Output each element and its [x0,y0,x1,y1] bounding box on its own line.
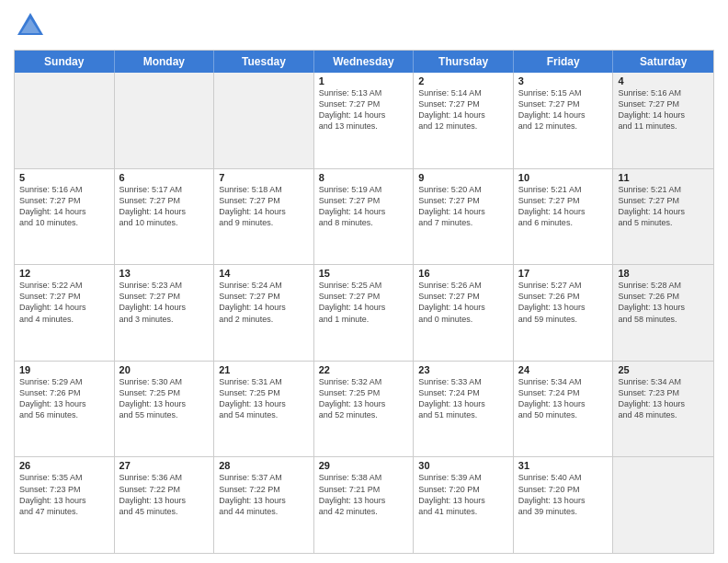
calendar-cell-day-6: 6Sunrise: 5:17 AM Sunset: 7:27 PM Daylig… [115,169,215,265]
day-of-week-sunday: Sunday [15,51,115,73]
day-info: Sunrise: 5:26 AM Sunset: 7:27 PM Dayligh… [418,280,508,325]
day-info: Sunrise: 5:16 AM Sunset: 7:27 PM Dayligh… [618,87,709,132]
calendar-cell-day-26: 26Sunrise: 5:35 AM Sunset: 7:23 PM Dayli… [15,457,115,553]
day-of-week-tuesday: Tuesday [214,51,314,73]
calendar-cell-day-14: 14Sunrise: 5:24 AM Sunset: 7:27 PM Dayli… [214,265,314,361]
calendar-cell-day-24: 24Sunrise: 5:34 AM Sunset: 7:24 PM Dayli… [514,362,614,457]
calendar-cell-empty [214,73,314,168]
calendar-body: 1Sunrise: 5:13 AM Sunset: 7:27 PM Daylig… [15,73,713,553]
calendar-cell-day-11: 11Sunrise: 5:21 AM Sunset: 7:27 PM Dayli… [613,169,713,265]
calendar-cell-day-20: 20Sunrise: 5:30 AM Sunset: 7:25 PM Dayli… [115,362,215,457]
day-of-week-thursday: Thursday [414,51,514,73]
day-number: 16 [418,268,508,279]
calendar-cell-day-15: 15Sunrise: 5:25 AM Sunset: 7:27 PM Dayli… [314,265,415,361]
day-info: Sunrise: 5:28 AM Sunset: 7:26 PM Dayligh… [618,280,709,325]
day-number: 26 [19,460,109,471]
calendar-cell-day-27: 27Sunrise: 5:36 AM Sunset: 7:22 PM Dayli… [115,457,215,553]
day-number: 15 [319,268,409,279]
day-info: Sunrise: 5:16 AM Sunset: 7:27 PM Dayligh… [19,184,109,229]
calendar-cell-day-22: 22Sunrise: 5:32 AM Sunset: 7:25 PM Dayli… [314,362,415,457]
day-number: 24 [518,364,609,375]
day-info: Sunrise: 5:14 AM Sunset: 7:27 PM Dayligh… [418,87,508,132]
day-of-week-monday: Monday [115,51,215,73]
calendar-cell-day-25: 25Sunrise: 5:34 AM Sunset: 7:23 PM Dayli… [613,362,713,457]
calendar-cell-empty [15,73,115,168]
day-number: 13 [119,268,210,279]
calendar-row-2: 12Sunrise: 5:22 AM Sunset: 7:27 PM Dayli… [15,264,713,361]
page: SundayMondayTuesdayWednesdayThursdayFrid… [0,0,728,563]
day-of-week-wednesday: Wednesday [314,51,415,73]
day-number: 28 [219,460,309,471]
calendar-row-1: 5Sunrise: 5:16 AM Sunset: 7:27 PM Daylig… [15,168,713,265]
calendar-row-0: 1Sunrise: 5:13 AM Sunset: 7:27 PM Daylig… [15,73,713,168]
day-info: Sunrise: 5:18 AM Sunset: 7:27 PM Dayligh… [219,184,309,229]
day-info: Sunrise: 5:38 AM Sunset: 7:21 PM Dayligh… [319,472,409,517]
day-number: 4 [618,75,709,86]
day-number: 1 [319,75,409,86]
day-number: 27 [119,460,210,471]
day-info: Sunrise: 5:29 AM Sunset: 7:26 PM Dayligh… [19,376,109,421]
day-info: Sunrise: 5:35 AM Sunset: 7:23 PM Dayligh… [19,472,109,517]
calendar-cell-empty [115,73,215,168]
day-number: 31 [518,460,609,471]
day-of-week-friday: Friday [514,51,614,73]
day-info: Sunrise: 5:39 AM Sunset: 7:20 PM Dayligh… [418,472,508,517]
day-info: Sunrise: 5:22 AM Sunset: 7:27 PM Dayligh… [19,280,109,325]
calendar-cell-day-2: 2Sunrise: 5:14 AM Sunset: 7:27 PM Daylig… [414,73,514,168]
day-number: 3 [518,75,609,86]
day-number: 30 [418,460,508,471]
calendar: SundayMondayTuesdayWednesdayThursdayFrid… [14,50,714,554]
day-number: 9 [418,172,508,183]
day-of-week-saturday: Saturday [613,51,713,73]
day-info: Sunrise: 5:30 AM Sunset: 7:25 PM Dayligh… [119,376,210,421]
day-info: Sunrise: 5:34 AM Sunset: 7:24 PM Dayligh… [518,376,609,421]
day-number: 11 [618,172,709,183]
day-number: 23 [418,364,508,375]
day-number: 20 [119,364,210,375]
calendar-cell-day-3: 3Sunrise: 5:15 AM Sunset: 7:27 PM Daylig… [514,73,614,168]
calendar-cell-day-8: 8Sunrise: 5:19 AM Sunset: 7:27 PM Daylig… [314,169,415,265]
day-info: Sunrise: 5:36 AM Sunset: 7:22 PM Dayligh… [119,472,210,517]
calendar-cell-day-9: 9Sunrise: 5:20 AM Sunset: 7:27 PM Daylig… [414,169,514,265]
day-info: Sunrise: 5:31 AM Sunset: 7:25 PM Dayligh… [219,376,309,421]
day-info: Sunrise: 5:37 AM Sunset: 7:22 PM Dayligh… [219,472,309,517]
calendar-cell-day-28: 28Sunrise: 5:37 AM Sunset: 7:22 PM Dayli… [214,457,314,553]
day-number: 12 [19,268,109,279]
day-info: Sunrise: 5:25 AM Sunset: 7:27 PM Dayligh… [319,280,409,325]
calendar-cell-day-4: 4Sunrise: 5:16 AM Sunset: 7:27 PM Daylig… [613,73,713,168]
calendar-cell-day-21: 21Sunrise: 5:31 AM Sunset: 7:25 PM Dayli… [214,362,314,457]
calendar-cell-day-1: 1Sunrise: 5:13 AM Sunset: 7:27 PM Daylig… [314,73,415,168]
calendar-cell-day-30: 30Sunrise: 5:39 AM Sunset: 7:20 PM Dayli… [414,457,514,553]
calendar-header: SundayMondayTuesdayWednesdayThursdayFrid… [15,51,713,73]
day-info: Sunrise: 5:40 AM Sunset: 7:20 PM Dayligh… [518,472,609,517]
day-info: Sunrise: 5:27 AM Sunset: 7:26 PM Dayligh… [518,280,609,325]
day-info: Sunrise: 5:21 AM Sunset: 7:27 PM Dayligh… [518,184,609,229]
day-number: 2 [418,75,508,86]
day-info: Sunrise: 5:33 AM Sunset: 7:24 PM Dayligh… [418,376,508,421]
day-info: Sunrise: 5:15 AM Sunset: 7:27 PM Dayligh… [518,87,609,132]
day-info: Sunrise: 5:23 AM Sunset: 7:27 PM Dayligh… [119,280,210,325]
day-number: 17 [518,268,609,279]
day-number: 5 [19,172,109,183]
day-number: 6 [119,172,210,183]
logo-icon [14,9,47,42]
calendar-cell-day-13: 13Sunrise: 5:23 AM Sunset: 7:27 PM Dayli… [115,265,215,361]
calendar-cell-day-16: 16Sunrise: 5:26 AM Sunset: 7:27 PM Dayli… [414,265,514,361]
calendar-cell-day-10: 10Sunrise: 5:21 AM Sunset: 7:27 PM Dayli… [514,169,614,265]
calendar-cell-day-18: 18Sunrise: 5:28 AM Sunset: 7:26 PM Dayli… [613,265,713,361]
day-number: 14 [219,268,309,279]
day-info: Sunrise: 5:32 AM Sunset: 7:25 PM Dayligh… [319,376,409,421]
calendar-cell-day-31: 31Sunrise: 5:40 AM Sunset: 7:20 PM Dayli… [514,457,614,553]
day-number: 18 [618,268,709,279]
calendar-cell-empty [613,457,713,553]
calendar-cell-day-5: 5Sunrise: 5:16 AM Sunset: 7:27 PM Daylig… [15,169,115,265]
day-number: 29 [319,460,409,471]
day-info: Sunrise: 5:21 AM Sunset: 7:27 PM Dayligh… [618,184,709,229]
calendar-cell-day-19: 19Sunrise: 5:29 AM Sunset: 7:26 PM Dayli… [15,362,115,457]
day-info: Sunrise: 5:34 AM Sunset: 7:23 PM Dayligh… [618,376,709,421]
day-number: 21 [219,364,309,375]
day-info: Sunrise: 5:20 AM Sunset: 7:27 PM Dayligh… [418,184,508,229]
day-info: Sunrise: 5:13 AM Sunset: 7:27 PM Dayligh… [319,87,409,132]
header [14,9,714,42]
day-number: 22 [319,364,409,375]
